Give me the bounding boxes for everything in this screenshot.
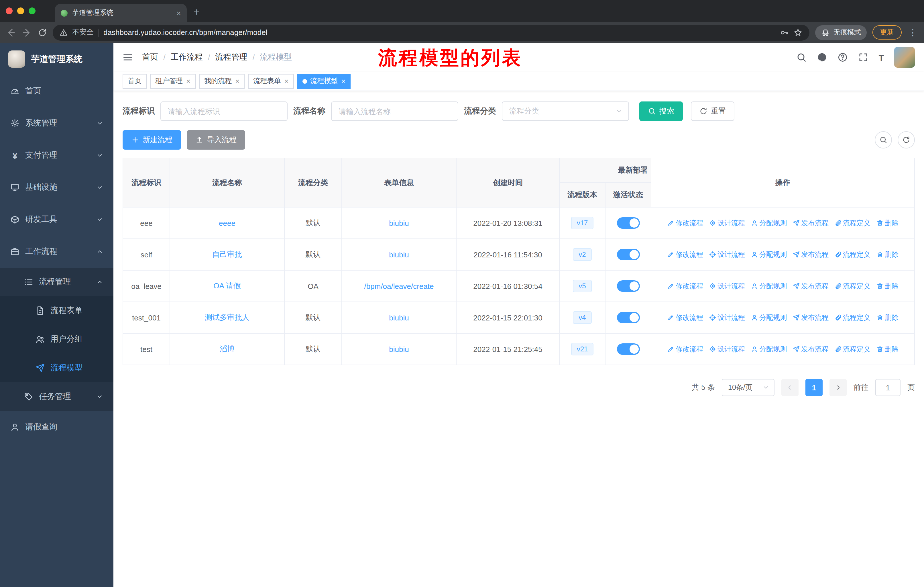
active-toggle[interactable]: [617, 312, 640, 323]
page-size-select[interactable]: 10条/页: [722, 379, 774, 396]
form-info-link[interactable]: biubiu: [389, 219, 409, 227]
next-page-button[interactable]: [830, 379, 846, 396]
tag-home[interactable]: 首页: [122, 74, 147, 89]
process-name-link[interactable]: 自己审批: [212, 250, 242, 258]
close-icon[interactable]: ×: [284, 78, 289, 85]
new-tab-button[interactable]: +: [194, 6, 200, 18]
assign-rule-action[interactable]: 分配规则: [751, 313, 787, 322]
assign-rule-action[interactable]: 分配规则: [751, 218, 787, 228]
publish-process-action[interactable]: 发布流程: [792, 218, 828, 228]
back-icon[interactable]: [6, 27, 16, 38]
process-name-input[interactable]: [331, 101, 458, 121]
reset-button[interactable]: 重置: [691, 101, 734, 121]
security-label[interactable]: 不安全: [72, 28, 94, 37]
process-definition-action[interactable]: 流程定义: [834, 218, 870, 228]
edit-process-action[interactable]: 修改流程: [667, 281, 703, 291]
reload-icon[interactable]: [38, 28, 47, 37]
design-process-action[interactable]: 设计流程: [709, 218, 745, 228]
browser-update-button[interactable]: 更新: [873, 25, 902, 40]
process-definition-action[interactable]: 流程定义: [834, 344, 870, 354]
design-process-action[interactable]: 设计流程: [709, 281, 745, 291]
process-name-link[interactable]: eeee: [219, 219, 236, 227]
active-toggle[interactable]: [617, 343, 640, 355]
sidebar-item-leave-query[interactable]: 请假查询: [0, 411, 114, 443]
bookmark-star-icon[interactable]: [794, 28, 803, 37]
delete-action[interactable]: 删除: [876, 218, 899, 228]
process-name-link[interactable]: 滔博: [220, 344, 234, 353]
delete-action[interactable]: 删除: [876, 281, 899, 291]
breadcrumb-process-mgmt[interactable]: 流程管理: [215, 52, 248, 63]
sidebar-item-system[interactable]: 系统管理: [0, 107, 114, 139]
breadcrumb-workflow[interactable]: 工作流程: [171, 52, 203, 63]
process-name-link[interactable]: OA 请假: [213, 281, 241, 290]
user-avatar[interactable]: [894, 47, 915, 68]
prev-page-button[interactable]: [781, 379, 799, 396]
publish-process-action[interactable]: 发布流程: [792, 250, 828, 260]
design-process-action[interactable]: 设计流程: [709, 250, 745, 260]
publish-process-action[interactable]: 发布流程: [792, 281, 828, 291]
process-definition-action[interactable]: 流程定义: [834, 281, 870, 291]
sidebar-item-process-form[interactable]: 流程表单: [0, 296, 114, 325]
sidebar-item-user-group[interactable]: 用户分组: [0, 325, 114, 354]
edit-process-action[interactable]: 修改流程: [667, 344, 703, 354]
tab-close-icon[interactable]: ×: [177, 9, 181, 17]
sidebar-item-devtools[interactable]: 研发工具: [0, 203, 114, 236]
tag-process-form[interactable]: 流程表单 ×: [248, 74, 294, 89]
design-process-action[interactable]: 设计流程: [709, 313, 745, 322]
edit-process-action[interactable]: 修改流程: [667, 250, 703, 260]
import-process-button[interactable]: 导入流程: [187, 130, 245, 150]
hamburger-icon[interactable]: [122, 52, 133, 63]
sidebar-item-workflow[interactable]: 工作流程: [0, 236, 114, 268]
sidebar-item-task-mgmt[interactable]: 任务管理: [0, 382, 114, 411]
publish-process-action[interactable]: 发布流程: [792, 344, 828, 354]
delete-action[interactable]: 删除: [876, 313, 899, 322]
close-window-button[interactable]: [6, 7, 13, 14]
search-button[interactable]: 搜索: [639, 101, 683, 121]
password-key-icon[interactable]: [780, 28, 789, 37]
sidebar-item-infra[interactable]: 基础设施: [0, 171, 114, 203]
page-number-button[interactable]: 1: [805, 379, 823, 396]
delete-action[interactable]: 删除: [876, 344, 899, 354]
process-name-link[interactable]: 测试多审批人: [205, 313, 249, 322]
font-size-icon[interactable]: T: [879, 53, 884, 62]
search-icon[interactable]: [796, 52, 807, 63]
fullscreen-icon[interactable]: [858, 52, 868, 63]
design-process-action[interactable]: 设计流程: [709, 344, 745, 354]
process-category-select[interactable]: 流程分类: [502, 101, 629, 121]
browser-menu-icon[interactable]: ⋮: [908, 27, 918, 38]
forward-icon[interactable]: [22, 27, 32, 38]
refresh-table-button[interactable]: [898, 131, 915, 149]
github-icon[interactable]: [817, 52, 827, 63]
edit-process-action[interactable]: 修改流程: [667, 218, 703, 228]
show-search-button[interactable]: [875, 131, 892, 149]
form-info-link[interactable]: /bpm/oa/leave/create: [364, 282, 434, 290]
tag-tenant[interactable]: 租户管理 ×: [150, 74, 196, 89]
tag-my-process[interactable]: 我的流程 ×: [199, 74, 244, 89]
sidebar-item-home[interactable]: 首页: [0, 75, 114, 107]
active-toggle[interactable]: [617, 217, 640, 229]
breadcrumb-home[interactable]: 首页: [142, 52, 158, 63]
process-definition-action[interactable]: 流程定义: [834, 313, 870, 322]
assign-rule-action[interactable]: 分配规则: [751, 250, 787, 260]
assign-rule-action[interactable]: 分配规则: [751, 344, 787, 354]
sidebar-item-payment[interactable]: ¥ 支付管理: [0, 139, 114, 171]
active-toggle[interactable]: [617, 280, 640, 292]
publish-process-action[interactable]: 发布流程: [792, 313, 828, 322]
form-info-link[interactable]: biubiu: [389, 345, 409, 354]
process-key-input[interactable]: [160, 101, 287, 121]
minimize-window-button[interactable]: [17, 7, 24, 14]
active-toggle[interactable]: [617, 249, 640, 260]
help-icon[interactable]: [838, 52, 848, 63]
goto-page-input[interactable]: [875, 379, 901, 396]
edit-process-action[interactable]: 修改流程: [667, 313, 703, 322]
close-icon[interactable]: ×: [186, 78, 190, 85]
close-icon[interactable]: ×: [235, 78, 239, 85]
create-process-button[interactable]: 新建流程: [122, 130, 181, 150]
sidebar-item-process-mgmt[interactable]: 流程管理: [0, 268, 114, 296]
delete-action[interactable]: 删除: [876, 250, 899, 260]
url-text[interactable]: dashboard.yudao.iocoder.cn/bpm/manager/m…: [103, 28, 775, 37]
form-info-link[interactable]: biubiu: [389, 313, 409, 322]
close-icon[interactable]: ×: [342, 78, 346, 85]
browser-tab[interactable]: 芋道管理系统 ×: [55, 4, 187, 22]
zoom-window-button[interactable]: [29, 7, 36, 14]
